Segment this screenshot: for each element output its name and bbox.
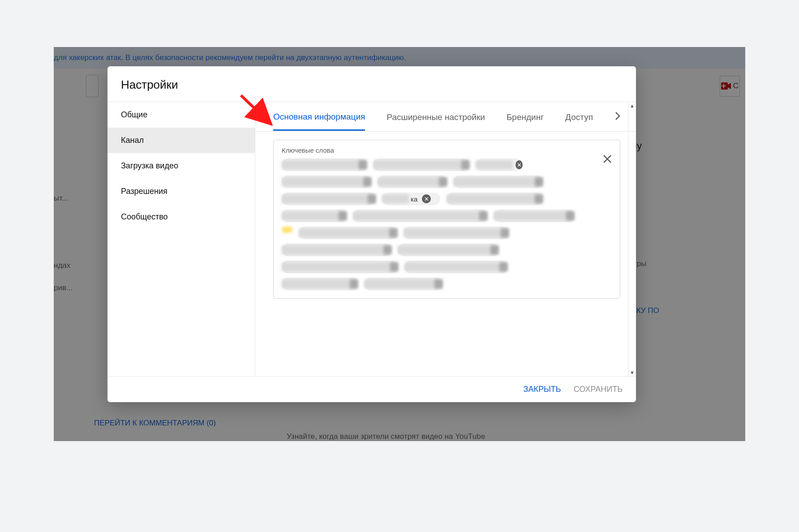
chip-remove-icon[interactable]: ✕ bbox=[422, 194, 431, 203]
bg-left-text-3: рив... bbox=[54, 283, 73, 292]
bg-left-text-2: ндах bbox=[54, 261, 70, 270]
settings-modal: Настройки Общие Канал Загрузка видео Раз… bbox=[107, 66, 636, 402]
keyword-chip[interactable] bbox=[447, 193, 543, 205]
video-plus-icon bbox=[721, 82, 731, 90]
keywords-chips[interactable]: ✕ ка✕ bbox=[282, 159, 612, 290]
scrollbar[interactable]: ▲ ▼ bbox=[628, 102, 636, 376]
bg-left-text-1: ыт... bbox=[54, 194, 68, 203]
comments-link: ПЕРЕЙТИ К КОММЕНТАРИЯМ (0) bbox=[94, 419, 216, 428]
keyword-chip[interactable] bbox=[282, 278, 358, 290]
scroll-up-icon: ▲ bbox=[630, 103, 635, 108]
modal-main: Основная информация Расширенные настройк… bbox=[255, 102, 636, 376]
keyword-chip[interactable] bbox=[282, 176, 371, 188]
security-banner: для хакерских атак. В целях безопасности… bbox=[54, 47, 745, 69]
chevron-right-icon bbox=[615, 112, 620, 120]
svg-rect-2 bbox=[722, 86, 726, 86]
create-button-bg: С bbox=[720, 76, 740, 97]
keyword-chip[interactable] bbox=[453, 176, 543, 188]
sidebar-item-general[interactable]: Общие bbox=[107, 102, 255, 128]
keyword-chip[interactable] bbox=[364, 278, 442, 290]
create-label: С bbox=[733, 82, 739, 90]
close-icon bbox=[602, 154, 613, 164]
tab-advanced[interactable]: Расширенные настройки bbox=[387, 103, 485, 130]
chip-label: ка bbox=[409, 195, 419, 203]
scroll-down-icon: ▼ bbox=[630, 370, 635, 375]
modal-footer: ЗАКРЫТЬ СОХРАНИТЬ bbox=[107, 376, 636, 402]
keyword-chip[interactable] bbox=[494, 210, 574, 222]
keywords-card: Ключевые слова ✕ ка✕ bbox=[273, 140, 620, 299]
highlight-indicator bbox=[282, 227, 292, 233]
tab-basic-info[interactable]: Основная информация bbox=[273, 103, 365, 131]
close-button[interactable]: ЗАКРЫТЬ bbox=[524, 385, 561, 394]
modal-title: Настройки bbox=[107, 66, 636, 102]
keyword-chip[interactable] bbox=[282, 159, 367, 171]
keyword-chip[interactable] bbox=[378, 176, 447, 188]
modal-body: Общие Канал Загрузка видео Разрешения Со… bbox=[107, 102, 636, 376]
keyword-chip[interactable] bbox=[299, 227, 397, 239]
keyword-chip[interactable] bbox=[404, 227, 509, 239]
keyword-chip[interactable] bbox=[282, 244, 391, 256]
tabs-scroll-right[interactable] bbox=[615, 112, 620, 122]
sidebar-item-channel[interactable]: Канал bbox=[107, 128, 255, 153]
keyword-chip[interactable] bbox=[282, 193, 376, 205]
keyword-chip[interactable]: ✕ bbox=[476, 159, 523, 171]
tabs-row: Основная информация Расширенные настройк… bbox=[255, 102, 636, 132]
keywords-clear-button[interactable] bbox=[602, 154, 613, 164]
keyword-chip[interactable] bbox=[353, 210, 487, 222]
sidebar-item-upload[interactable]: Загрузка видео bbox=[107, 153, 255, 179]
keywords-label: Ключевые слова bbox=[282, 146, 612, 154]
keyword-chip[interactable] bbox=[373, 159, 469, 171]
keyword-chip[interactable] bbox=[404, 261, 507, 273]
tab-branding[interactable]: Брендинг bbox=[507, 103, 544, 130]
keyword-chip[interactable] bbox=[282, 210, 347, 222]
sidebar-item-permissions[interactable]: Разрешения bbox=[107, 179, 255, 204]
chip-remove-icon[interactable]: ✕ bbox=[515, 160, 523, 169]
keyword-chip[interactable] bbox=[398, 244, 498, 256]
keyword-chip[interactable] bbox=[282, 261, 398, 273]
search-input-bg bbox=[86, 75, 99, 97]
keyword-chip[interactable]: ка✕ bbox=[382, 193, 440, 205]
bg-hint: Узнайте, когда ваши зрители смотрят виде… bbox=[287, 432, 485, 441]
tab-access[interactable]: Доступ bbox=[565, 103, 593, 130]
modal-sidebar: Общие Канал Загрузка видео Разрешения Со… bbox=[107, 102, 255, 376]
sidebar-item-community[interactable]: Сообщество bbox=[107, 204, 255, 230]
save-button[interactable]: СОХРАНИТЬ bbox=[574, 385, 623, 394]
